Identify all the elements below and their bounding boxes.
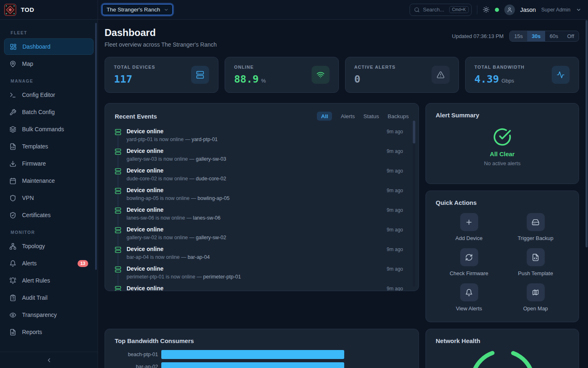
- list-item[interactable]: Device online dude-core-02 is now online…: [115, 167, 409, 186]
- sun-icon: [483, 6, 490, 13]
- open-map-button[interactable]: Open Map: [502, 283, 569, 312]
- sidebar-item-certificates[interactable]: Certificates: [4, 207, 94, 223]
- stat-label: TOTAL DEVICES: [114, 65, 155, 70]
- site-selector[interactable]: The Stranger's Ranch: [102, 4, 173, 15]
- check-firmware-button[interactable]: Check Firmware: [436, 248, 502, 276]
- tab-backups[interactable]: Backups: [388, 113, 409, 119]
- refresh-option-off[interactable]: Off: [563, 31, 579, 41]
- server-icon: [115, 227, 121, 233]
- server-icon: [115, 247, 121, 253]
- server-icon: [115, 168, 121, 175]
- sidebar-item-dashboard[interactable]: Dashboard: [4, 38, 94, 55]
- server-icon: [115, 129, 121, 135]
- sidebar-item-templates[interactable]: Templates: [4, 138, 94, 155]
- sidebar-item-topology[interactable]: Topology: [4, 238, 94, 254]
- theme-toggle-button[interactable]: [483, 6, 490, 13]
- event-title: Device online: [127, 246, 382, 252]
- sidebar-item-firmware[interactable]: Firmware: [4, 155, 94, 172]
- tab-status[interactable]: Status: [363, 113, 379, 119]
- list-item[interactable]: Device online lanes-sw-06 is now online …: [115, 206, 409, 226]
- sidebar-item-label: Config Editor: [22, 92, 55, 98]
- sidebar-collapse-button[interactable]: [0, 352, 98, 368]
- stat-card-total-bandwidth: TOTAL BANDWIDTH 4.39Gbps: [465, 57, 579, 93]
- event-time: 9m ago: [387, 266, 409, 272]
- list-item[interactable]: Device online gallery-sw-02 is now onlin…: [115, 226, 409, 245]
- sidebar-item-label: VPN: [22, 195, 34, 201]
- event-time: 9m ago: [387, 188, 409, 193]
- list-item[interactable]: Device online perimeter-ptp-01 is now on…: [115, 265, 409, 285]
- app-logo-icon: [4, 4, 16, 16]
- event-detail: dude-core-02 is now online — dude-core-0…: [127, 176, 382, 182]
- event-time: 9m ago: [387, 286, 409, 291]
- list-item[interactable]: Device online yard-ptp-01 is now online …: [115, 128, 409, 147]
- sidebar-item-label: Dashboard: [22, 43, 51, 50]
- sidebar-item-batch-config[interactable]: Batch Config: [4, 104, 94, 120]
- clipboard-list-icon: [9, 294, 16, 301]
- alert-summary-title: Alert Summary: [436, 112, 569, 119]
- bandwidth-row: beach-ptp-01: [115, 350, 409, 359]
- wrench-icon: [9, 109, 16, 116]
- event-time: 9m ago: [387, 148, 409, 154]
- sidebar-item-map[interactable]: Map: [4, 56, 94, 72]
- sidebar: FLEET Dashboard Map MANAGE Config Editor…: [0, 20, 98, 368]
- sidebar-item-label: Transparency: [22, 312, 57, 318]
- shield-check-icon: [9, 212, 16, 219]
- sidebar-item-transparency[interactable]: Transparency: [4, 307, 94, 323]
- map-icon: [532, 289, 539, 296]
- sidebar-item-reports[interactable]: Reports: [4, 324, 94, 340]
- recent-events-title: Recent Events: [115, 113, 157, 120]
- server-icon: [115, 148, 121, 155]
- list-item[interactable]: Device online 9m ago: [115, 285, 409, 291]
- shield-icon: [9, 195, 16, 202]
- site-selector-value: The Stranger's Ranch: [107, 7, 160, 13]
- add-device-button[interactable]: Add Device: [436, 213, 502, 241]
- sidebar-item-alert-rules[interactable]: Alert Rules: [4, 272, 94, 289]
- user-icon: [507, 7, 512, 13]
- events-scrollbar[interactable]: [413, 121, 415, 144]
- bandwidth-device-label: bar-ap-02: [115, 364, 158, 368]
- main-scrollbar[interactable]: [586, 20, 588, 247]
- stat-label: ACTIVE ALERTS: [354, 65, 396, 70]
- trigger-backup-button[interactable]: Trigger Backup: [502, 213, 569, 241]
- avatar[interactable]: [504, 4, 515, 15]
- event-detail: yard-ptp-01 is now online — yard-ptp-01: [127, 137, 382, 142]
- section-label-monitor: MONITOR: [11, 230, 98, 235]
- sidebar-item-maintenance[interactable]: Maintenance: [4, 173, 94, 189]
- refresh-option-60s[interactable]: 60s: [545, 31, 563, 41]
- user-menu-button[interactable]: [576, 7, 581, 13]
- list-item[interactable]: Device online bowling-ap-05 is now onlin…: [115, 186, 409, 206]
- tab-all[interactable]: All: [317, 112, 332, 121]
- tab-alerts[interactable]: Alerts: [341, 113, 355, 119]
- refresh-option-30s[interactable]: 30s: [527, 31, 545, 41]
- brand: TOD: [0, 0, 98, 19]
- push-template-button[interactable]: Push Template: [502, 248, 569, 276]
- list-item[interactable]: Device online bar-ap-04 is now online — …: [115, 245, 409, 265]
- app-name: TOD: [21, 6, 34, 13]
- sidebar-item-vpn[interactable]: VPN: [4, 190, 94, 206]
- eye-icon: [9, 312, 16, 319]
- sidebar-item-audit-trail[interactable]: Audit Trail: [4, 289, 94, 306]
- refresh-option-15s[interactable]: 15s: [510, 31, 527, 41]
- alerts-count-badge: 13: [78, 260, 88, 267]
- network-icon: [9, 243, 16, 250]
- circle-check-icon: [493, 128, 512, 146]
- user-role: Super Admin: [541, 7, 570, 13]
- view-alerts-button[interactable]: View Alerts: [436, 283, 502, 312]
- events-scrollbar-track: [413, 121, 415, 287]
- sidebar-scrollbar[interactable]: [95, 23, 97, 270]
- stat-card-total-devices: TOTAL DEVICES 117: [105, 57, 218, 93]
- map-pin-icon: [9, 61, 16, 67]
- list-item[interactable]: Device online gallery-sw-03 is now onlin…: [115, 147, 409, 167]
- bandwidth-bar: [161, 350, 344, 359]
- network-health-ring: [466, 345, 539, 368]
- calendar-icon: [9, 177, 16, 184]
- sidebar-item-alerts[interactable]: Alerts 13: [4, 255, 94, 272]
- sidebar-item-config-editor[interactable]: Config Editor: [4, 87, 94, 103]
- sidebar-item-label: Maintenance: [22, 177, 55, 184]
- sidebar-item-label: Alerts: [22, 260, 37, 267]
- quick-actions-title: Quick Actions: [436, 199, 477, 206]
- dashboard-grid-icon: [10, 43, 17, 50]
- search-input[interactable]: Search... Cmd+K: [410, 4, 472, 16]
- sidebar-item-bulk-commands[interactable]: Bulk Commands: [4, 121, 94, 137]
- server-icon: [115, 266, 121, 273]
